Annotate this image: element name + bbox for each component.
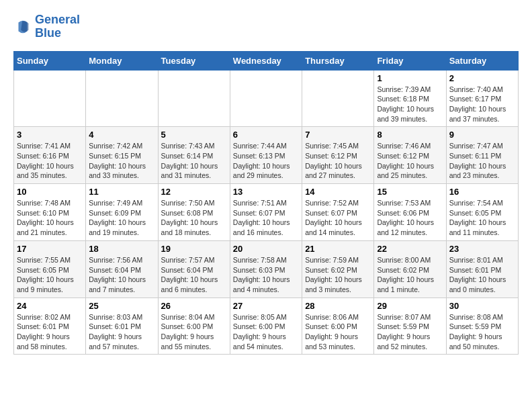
calendar-body: 1Sunrise: 7:39 AM Sunset: 6:18 PM Daylig… [14,70,519,355]
calendar-cell: 28Sunrise: 8:06 AM Sunset: 6:00 PM Dayli… [302,298,374,355]
week-row-5: 24Sunrise: 8:02 AM Sunset: 6:01 PM Dayli… [14,298,519,355]
calendar-cell [158,70,230,127]
weekday-header-sunday: Sunday [14,51,86,70]
day-info: Sunrise: 8:08 AM Sunset: 5:59 PM Dayligh… [449,312,515,352]
day-info: Sunrise: 7:39 AM Sunset: 6:18 PM Dayligh… [377,85,443,124]
day-info: Sunrise: 7:54 AM Sunset: 6:05 PM Dayligh… [449,198,515,238]
day-number: 12 [161,187,227,197]
calendar-cell: 21Sunrise: 7:59 AM Sunset: 6:02 PM Dayli… [302,240,374,298]
day-number: 4 [89,130,154,140]
day-number: 6 [233,130,299,140]
calendar-cell: 17Sunrise: 7:55 AM Sunset: 6:05 PM Dayli… [14,240,86,298]
calendar-cell: 7Sunrise: 7:45 AM Sunset: 6:12 PM Daylig… [302,127,374,184]
day-info: Sunrise: 8:01 AM Sunset: 6:01 PM Dayligh… [449,255,515,295]
calendar-cell: 20Sunrise: 7:58 AM Sunset: 6:03 PM Dayli… [230,240,302,298]
calendar-cell: 1Sunrise: 7:39 AM Sunset: 6:18 PM Daylig… [374,70,446,127]
calendar-cell: 22Sunrise: 8:00 AM Sunset: 6:02 PM Dayli… [374,240,446,298]
calendar-cell: 3Sunrise: 7:41 AM Sunset: 6:16 PM Daylig… [14,127,86,184]
logo: General Blue [13,13,80,40]
day-number: 1 [377,73,443,83]
calendar-cell: 19Sunrise: 7:57 AM Sunset: 6:04 PM Dayli… [158,240,230,298]
day-info: Sunrise: 7:57 AM Sunset: 6:04 PM Dayligh… [161,255,227,295]
calendar-cell: 10Sunrise: 7:48 AM Sunset: 6:10 PM Dayli… [14,184,86,241]
day-number: 15 [377,187,443,197]
day-info: Sunrise: 7:44 AM Sunset: 6:13 PM Dayligh… [233,141,299,181]
weekday-header-thursday: Thursday [302,51,374,70]
day-info: Sunrise: 7:58 AM Sunset: 6:03 PM Dayligh… [233,255,299,295]
calendar-cell: 25Sunrise: 8:03 AM Sunset: 6:01 PM Dayli… [86,298,158,355]
calendar-cell: 13Sunrise: 7:51 AM Sunset: 6:07 PM Dayli… [230,184,302,241]
calendar-cell: 18Sunrise: 7:56 AM Sunset: 6:04 PM Dayli… [86,240,158,298]
calendar-cell: 2Sunrise: 7:40 AM Sunset: 6:17 PM Daylig… [446,70,518,127]
day-info: Sunrise: 7:47 AM Sunset: 6:11 PM Dayligh… [449,141,515,181]
calendar-cell: 12Sunrise: 7:50 AM Sunset: 6:08 PM Dayli… [158,184,230,241]
calendar-cell: 30Sunrise: 8:08 AM Sunset: 5:59 PM Dayli… [446,298,518,355]
calendar-cell [230,70,302,127]
calendar-cell [302,70,374,127]
day-number: 26 [161,301,227,311]
weekday-header-monday: Monday [86,51,158,70]
day-number: 10 [17,187,83,197]
calendar-cell: 24Sunrise: 8:02 AM Sunset: 6:01 PM Dayli… [14,298,86,355]
day-number: 19 [161,244,227,254]
week-row-2: 3Sunrise: 7:41 AM Sunset: 6:16 PM Daylig… [14,127,519,184]
day-info: Sunrise: 7:53 AM Sunset: 6:06 PM Dayligh… [377,198,443,238]
weekday-header-wednesday: Wednesday [230,51,302,70]
day-number: 3 [17,130,83,140]
day-info: Sunrise: 7:46 AM Sunset: 6:12 PM Dayligh… [377,141,443,181]
day-number: 17 [17,244,83,254]
weekday-header-tuesday: Tuesday [158,51,230,70]
weekday-header-saturday: Saturday [446,51,518,70]
day-info: Sunrise: 7:42 AM Sunset: 6:15 PM Dayligh… [89,141,154,181]
day-number: 23 [449,244,515,254]
calendar-table: SundayMondayTuesdayWednesdayThursdayFrid… [13,51,519,355]
calendar-cell: 27Sunrise: 8:05 AM Sunset: 6:00 PM Dayli… [230,298,302,355]
day-number: 8 [377,130,443,140]
day-info: Sunrise: 7:41 AM Sunset: 6:16 PM Dayligh… [17,141,83,181]
day-number: 24 [17,301,83,311]
calendar-cell: 6Sunrise: 7:44 AM Sunset: 6:13 PM Daylig… [230,127,302,184]
day-info: Sunrise: 7:51 AM Sunset: 6:07 PM Dayligh… [233,198,299,238]
day-number: 20 [233,244,299,254]
day-info: Sunrise: 7:55 AM Sunset: 6:05 PM Dayligh… [17,255,83,295]
week-row-4: 17Sunrise: 7:55 AM Sunset: 6:05 PM Dayli… [14,240,519,298]
weekday-header-row: SundayMondayTuesdayWednesdayThursdayFrid… [14,51,519,70]
week-row-3: 10Sunrise: 7:48 AM Sunset: 6:10 PM Dayli… [14,184,519,241]
day-info: Sunrise: 8:02 AM Sunset: 6:01 PM Dayligh… [17,312,83,352]
logo-icon [13,17,32,36]
day-number: 18 [89,244,154,254]
day-number: 28 [305,301,371,311]
calendar-cell: 23Sunrise: 8:01 AM Sunset: 6:01 PM Dayli… [446,240,518,298]
calendar-cell: 11Sunrise: 7:49 AM Sunset: 6:09 PM Dayli… [86,184,158,241]
day-number: 30 [449,301,515,311]
day-info: Sunrise: 8:03 AM Sunset: 6:01 PM Dayligh… [89,312,154,352]
day-info: Sunrise: 7:59 AM Sunset: 6:02 PM Dayligh… [305,255,371,295]
logo-text: General Blue [35,13,80,40]
calendar-cell: 4Sunrise: 7:42 AM Sunset: 6:15 PM Daylig… [86,127,158,184]
day-number: 7 [305,130,371,140]
day-info: Sunrise: 7:49 AM Sunset: 6:09 PM Dayligh… [89,198,154,238]
day-number: 29 [377,301,443,311]
calendar-cell: 5Sunrise: 7:43 AM Sunset: 6:14 PM Daylig… [158,127,230,184]
calendar-cell: 15Sunrise: 7:53 AM Sunset: 6:06 PM Dayli… [374,184,446,241]
day-info: Sunrise: 7:40 AM Sunset: 6:17 PM Dayligh… [449,85,515,124]
day-info: Sunrise: 7:52 AM Sunset: 6:07 PM Dayligh… [305,198,371,238]
weekday-header-friday: Friday [374,51,446,70]
day-number: 13 [233,187,299,197]
day-info: Sunrise: 7:50 AM Sunset: 6:08 PM Dayligh… [161,198,227,238]
calendar-cell: 29Sunrise: 8:07 AM Sunset: 5:59 PM Dayli… [374,298,446,355]
day-info: Sunrise: 7:48 AM Sunset: 6:10 PM Dayligh… [17,198,83,238]
calendar-cell: 8Sunrise: 7:46 AM Sunset: 6:12 PM Daylig… [374,127,446,184]
day-number: 11 [89,187,154,197]
calendar-cell [14,70,86,127]
day-info: Sunrise: 7:45 AM Sunset: 6:12 PM Dayligh… [305,141,371,181]
day-number: 22 [377,244,443,254]
calendar-cell: 26Sunrise: 8:04 AM Sunset: 6:00 PM Dayli… [158,298,230,355]
day-number: 25 [89,301,154,311]
day-number: 5 [161,130,227,140]
day-info: Sunrise: 8:07 AM Sunset: 5:59 PM Dayligh… [377,312,443,352]
calendar-cell: 16Sunrise: 7:54 AM Sunset: 6:05 PM Dayli… [446,184,518,241]
day-number: 9 [449,130,515,140]
week-row-1: 1Sunrise: 7:39 AM Sunset: 6:18 PM Daylig… [14,70,519,127]
calendar-cell: 14Sunrise: 7:52 AM Sunset: 6:07 PM Dayli… [302,184,374,241]
